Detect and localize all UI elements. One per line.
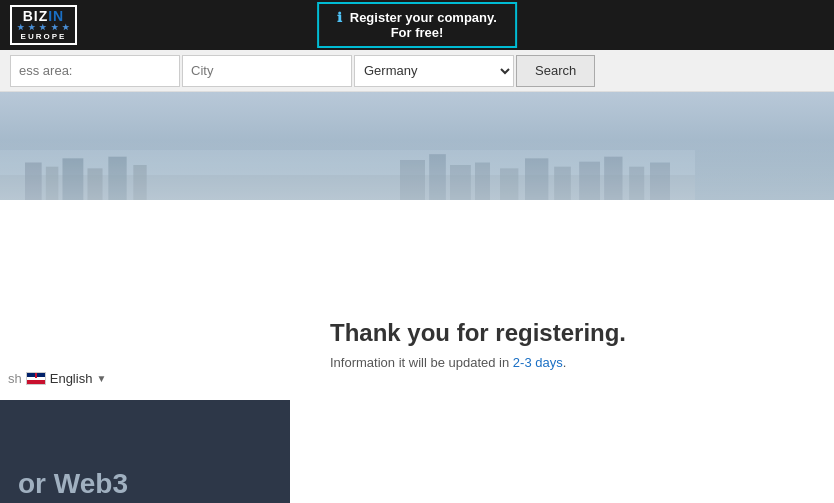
update-info-before: Information it will be updated in — [330, 355, 513, 370]
country-select[interactable]: Germany Austria Switzerland France Spain… — [354, 55, 514, 87]
update-days: 2-3 days — [513, 355, 563, 370]
web3-prefix: or Web3 — [18, 468, 128, 499]
footer-right — [290, 400, 834, 503]
register-line1: Register your company. — [350, 10, 497, 25]
update-info-after: . — [563, 355, 567, 370]
register-line2: For free! — [391, 25, 444, 40]
logo-in: IN — [48, 8, 64, 24]
thank-you-section: Thank you for registering. Information i… — [300, 299, 834, 390]
logo-biz: BIZ — [23, 8, 49, 24]
lang-dropdown-arrow[interactable]: ▼ — [96, 373, 106, 384]
language-selector[interactable]: sh English ▼ — [0, 367, 114, 390]
business-area-input[interactable] — [10, 55, 180, 87]
thank-you-heading: Thank you for registering. — [330, 319, 804, 347]
update-info: Information it will be updated in 2-3 da… — [330, 355, 804, 370]
lang-current: English — [50, 371, 93, 386]
register-banner[interactable]: ℹ Register your company. For free! — [317, 2, 517, 48]
top-bar: BIZIN ★ ★ ★ ★ ★ EUROPE ℹ Register your c… — [0, 0, 834, 50]
sidebar-panel: or Web3 — [0, 400, 290, 503]
logo-area[interactable]: BIZIN ★ ★ ★ ★ ★ EUROPE — [10, 5, 77, 46]
hero-overlay — [0, 140, 834, 200]
flag-icon — [26, 372, 46, 385]
info-icon: ℹ — [337, 10, 342, 25]
lang-prev: sh — [8, 371, 22, 386]
logo-europe: EUROPE — [21, 33, 67, 42]
main-content: sh English ▼ Thank you for registering. … — [0, 200, 834, 400]
footer-section: or Web3 — [0, 400, 834, 503]
search-button[interactable]: Search — [516, 55, 595, 87]
web3-text: or Web3 — [18, 468, 272, 500]
search-bar: Germany Austria Switzerland France Spain… — [0, 50, 834, 92]
logo: BIZIN ★ ★ ★ ★ ★ EUROPE — [10, 5, 77, 46]
city-input[interactable] — [182, 55, 352, 87]
hero-area — [0, 92, 834, 200]
